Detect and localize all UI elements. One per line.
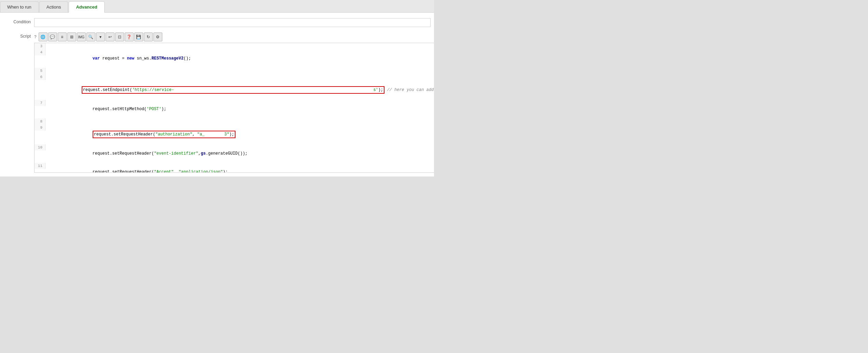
code-line-4: 4 var request = new sn_ws.RESTMessageV2(…: [35, 49, 434, 68]
script-editor-area: ? 🌐 💬 ≡ ⊞ IMG 🔍 ▾ ↩ ⊡ ❓ 💾 ↻ ⚙ >: [34, 32, 434, 173]
code-line-9: 9 request.setRequestHeader("authorizatio…: [35, 125, 434, 144]
toolbar-btn-globe[interactable]: 🌐: [39, 32, 48, 41]
toolbar-btn-table[interactable]: ⊞: [67, 32, 76, 41]
condition-label: Condition: [3, 18, 34, 24]
toolbar-btn-chat[interactable]: 💬: [48, 32, 57, 41]
code-line-3: 3: [35, 43, 434, 49]
toolbar-btn-save[interactable]: 💾: [134, 32, 143, 41]
main-container: When to run Actions Advanced Condition S…: [0, 0, 434, 176]
condition-row: Condition: [0, 16, 434, 29]
toolbar-btn-dropdown[interactable]: ▾: [96, 32, 105, 41]
code-line-10: 10 request.setRequestHeader("event-ident…: [35, 144, 434, 163]
help-icon[interactable]: ?: [34, 35, 37, 39]
script-toolbar: ? 🌐 💬 ≡ ⊞ IMG 🔍 ▾ ↩ ⊡ ❓ 💾 ↻ ⚙ >: [34, 32, 434, 41]
code-line-6: 6 request.setEndpoint('https://service- …: [35, 74, 434, 100]
toolbar-btn-undo[interactable]: ↩: [106, 32, 114, 41]
script-label: Script: [3, 32, 34, 39]
condition-value: [34, 18, 431, 27]
toolbar-btn-lines[interactable]: ≡: [58, 32, 67, 41]
toolbar-btn-help2[interactable]: ❓: [125, 32, 134, 41]
code-line-8: 8: [35, 118, 434, 125]
condition-input[interactable]: [34, 18, 431, 27]
toolbar-btn-search[interactable]: 🔍: [86, 32, 95, 41]
toolbar-btn-frame[interactable]: ⊡: [115, 32, 124, 41]
script-row: Script ? 🌐 💬 ≡ ⊞ IMG 🔍 ▾ ↩ ⊡ ❓ 💾 ↻: [0, 30, 434, 175]
code-editor[interactable]: 3 4 var request = new sn_ws.RESTMessageV…: [34, 43, 434, 173]
toolbar-btn-image[interactable]: IMG: [77, 32, 86, 41]
tab-actions[interactable]: Actions: [39, 1, 68, 12]
code-line-11: 11 request.setRequestHeader("Accept", "a…: [35, 163, 434, 173]
code-line-7: 7 request.setHttpMethod('POST');: [35, 100, 434, 118]
content-area: Condition Script ? 🌐 💬 ≡ ⊞ IMG 🔍 ▾ ↩: [0, 13, 434, 176]
tab-bar: When to run Actions Advanced: [0, 0, 434, 13]
code-line-5: 5: [35, 68, 434, 74]
tab-advanced[interactable]: Advanced: [69, 1, 104, 13]
toolbar-btn-refresh[interactable]: ↻: [144, 32, 153, 41]
toolbar-btn-settings[interactable]: ⚙: [153, 32, 162, 41]
tab-when-to-run[interactable]: When to run: [0, 1, 39, 12]
